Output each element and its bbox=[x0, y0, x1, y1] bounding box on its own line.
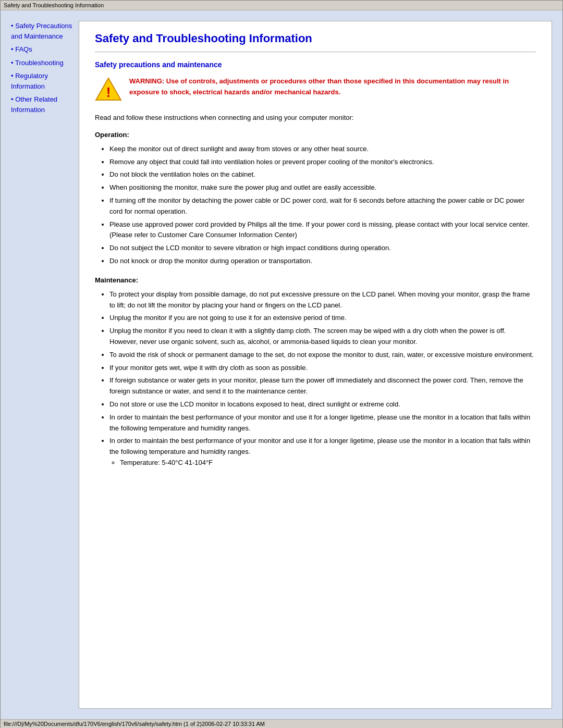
list-item: Do not block the ventilation holes on th… bbox=[109, 169, 536, 180]
sidebar-item-safety[interactable]: • Safety Precautions and Maintenance bbox=[11, 21, 74, 41]
svg-text:!: ! bbox=[106, 84, 111, 100]
sidebar-link-safety[interactable]: • Safety Precautions and Maintenance bbox=[11, 21, 74, 41]
list-item: Remove any object that could fall into v… bbox=[109, 157, 536, 168]
list-item: To avoid the risk of shock or permanent … bbox=[109, 350, 536, 361]
list-item-last: In order to maintain the best performanc… bbox=[109, 436, 536, 468]
sidebar-item-other[interactable]: • Other Related Information bbox=[11, 94, 74, 115]
list-item: When positioning the monitor, make sure … bbox=[109, 182, 536, 193]
list-item: Unplug the monitor if you need to clean … bbox=[109, 326, 536, 348]
warning-box: ! WARNING: Use of controls, adjustments … bbox=[95, 76, 536, 103]
sidebar-item-faqs[interactable]: • FAQs bbox=[11, 44, 74, 55]
list-item: Keep the monitor out of direct sunlight … bbox=[109, 144, 536, 155]
title-bar-text: Safety and Troubleshooting Information bbox=[4, 2, 104, 8]
sidebar-item-troubleshooting[interactable]: • Troubleshooting bbox=[11, 58, 74, 68]
sub-list-item: Temperature: 5-40°C 41-104°F bbox=[120, 458, 536, 468]
operation-list: Keep the monitor out of direct sunlight … bbox=[109, 144, 536, 267]
list-item: If foreign substance or water gets in yo… bbox=[109, 375, 536, 397]
sidebar-link-troubleshooting[interactable]: • Troubleshooting bbox=[11, 58, 74, 68]
operation-header: Operation: bbox=[95, 131, 536, 139]
sidebar-link-other[interactable]: • Other Related Information bbox=[11, 94, 74, 115]
intro-text: Read and follow these instructions when … bbox=[95, 113, 536, 124]
list-item: If your monitor gets wet, wipe it with d… bbox=[109, 363, 536, 374]
list-item: Please use approved power cord provided … bbox=[109, 219, 536, 241]
sidebar-link-faqs[interactable]: • FAQs bbox=[11, 44, 74, 55]
sub-list: Temperature: 5-40°C 41-104°F bbox=[120, 458, 536, 468]
sidebar-link-regulatory[interactable]: • Regulatory Information bbox=[11, 71, 74, 91]
status-bar-text: file:///D|/My%20Documents/dfu/170V6/engl… bbox=[4, 721, 265, 727]
list-item: Do not knock or drop the monitor during … bbox=[109, 256, 536, 267]
browser-window: Safety and Troubleshooting Information •… bbox=[0, 0, 563, 728]
list-item: If turning off the monitor by detaching … bbox=[109, 195, 536, 217]
list-item: In order to maintain the best performanc… bbox=[109, 412, 536, 434]
status-bar: file:///D|/My%20Documents/dfu/170V6/engl… bbox=[1, 719, 562, 728]
maintenance-list: To protect your display from possible da… bbox=[109, 289, 536, 434]
list-item: Do not store or use the LCD monitor in l… bbox=[109, 399, 536, 410]
list-item: Do not subject the LCD monitor to severe… bbox=[109, 243, 536, 254]
list-item: Unplug the monitor if you are not going … bbox=[109, 313, 536, 324]
content-area: • Safety Precautions and Maintenance • F… bbox=[1, 10, 562, 719]
title-bar: Safety and Troubleshooting Information bbox=[1, 1, 562, 10]
section-title: Safety precautions and maintenance bbox=[95, 60, 536, 69]
divider bbox=[95, 52, 536, 52]
sidebar-item-regulatory[interactable]: • Regulatory Information bbox=[11, 71, 74, 91]
warning-text: WARNING: Use of controls, adjustments or… bbox=[129, 76, 536, 98]
maintenance-list-continued: In order to maintain the best performanc… bbox=[109, 436, 536, 468]
sidebar: • Safety Precautions and Maintenance • F… bbox=[11, 21, 79, 709]
maintenance-header: Maintenance: bbox=[95, 276, 536, 284]
warning-icon: ! bbox=[95, 76, 122, 103]
page-title: Safety and Troubleshooting Information bbox=[95, 32, 536, 45]
list-item: To protect your display from possible da… bbox=[109, 289, 536, 311]
main-content: Safety and Troubleshooting Information S… bbox=[79, 21, 552, 709]
